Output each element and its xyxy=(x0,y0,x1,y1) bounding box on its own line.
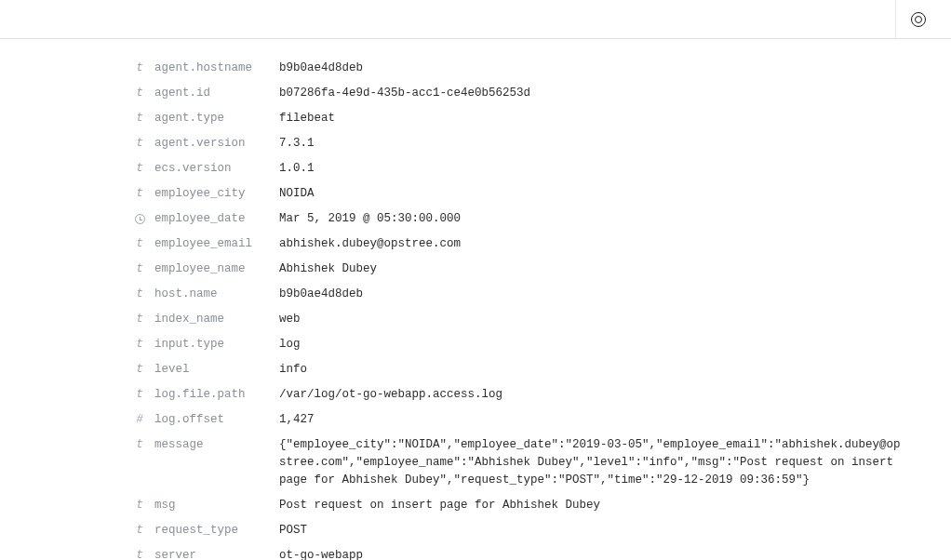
field-value[interactable]: abhishek.dubey@opstree.com xyxy=(279,235,951,253)
field-name[interactable]: ecs.version xyxy=(149,160,279,178)
field-value[interactable]: 7.3.1 xyxy=(279,135,951,153)
field-type-icon: t xyxy=(130,311,149,328)
field-name[interactable]: agent.id xyxy=(149,85,279,102)
field-row: tserverot-go-webapp xyxy=(130,543,951,560)
field-value[interactable]: info xyxy=(279,361,951,379)
field-value[interactable]: /var/log/ot-go-webapp.access.log xyxy=(279,386,951,404)
field-name[interactable]: employee_city xyxy=(149,185,279,203)
field-value[interactable]: b9b0ae4d8deb xyxy=(279,286,951,303)
field-value[interactable]: b9b0ae4d8deb xyxy=(279,60,951,77)
field-value[interactable]: web xyxy=(279,311,951,328)
field-name[interactable]: employee_name xyxy=(149,260,279,278)
field-name[interactable]: level xyxy=(149,361,279,379)
field-row: tinput.typelog xyxy=(130,332,951,357)
field-type-icon: # xyxy=(130,411,149,429)
field-type-icon: t xyxy=(130,336,149,353)
field-row: tagent.version7.3.1 xyxy=(130,131,951,156)
field-name[interactable]: host.name xyxy=(149,286,279,303)
field-type-icon: t xyxy=(130,522,149,540)
field-value[interactable]: Mar 5, 2019 @ 05:30:00.000 xyxy=(279,210,951,228)
field-row: tindex_nameweb xyxy=(130,307,951,332)
field-name[interactable]: msg xyxy=(149,497,279,514)
field-name[interactable]: agent.hostname xyxy=(149,60,279,77)
help-button[interactable] xyxy=(895,0,940,39)
field-row: trequest_typePOST xyxy=(130,518,951,543)
field-name[interactable]: server xyxy=(149,547,279,560)
field-row: temployee_emailabhishek.dubey@opstree.co… xyxy=(130,232,951,257)
field-type-icon: t xyxy=(130,361,149,379)
field-value[interactable]: log xyxy=(279,336,951,353)
field-name[interactable]: log.file.path xyxy=(149,386,279,404)
field-name[interactable]: employee_date xyxy=(149,210,279,228)
field-value[interactable]: Abhishek Dubey xyxy=(279,260,951,278)
field-type-icon xyxy=(130,210,149,228)
field-row: tlevelinfo xyxy=(130,357,951,382)
top-bar xyxy=(0,0,951,39)
field-value[interactable]: NOIDA xyxy=(279,185,951,203)
field-type-icon: t xyxy=(130,160,149,178)
field-type-icon: t xyxy=(130,60,149,77)
field-row: tlog.file.path/var/log/ot-go-webapp.acce… xyxy=(130,382,951,407)
field-type-icon: t xyxy=(130,185,149,203)
field-row: tagent.idb07286fa-4e9d-435b-acc1-ce4e0b5… xyxy=(130,81,951,106)
field-row: temployee_cityNOIDA xyxy=(130,181,951,207)
field-type-icon: t xyxy=(130,235,149,253)
field-name[interactable]: agent.version xyxy=(149,135,279,153)
field-row: employee_dateMar 5, 2019 @ 05:30:00.000 xyxy=(130,207,951,232)
field-type-icon: t xyxy=(130,85,149,102)
field-type-icon: t xyxy=(130,110,149,127)
field-row: tagent.hostnameb9b0ae4d8deb xyxy=(130,56,951,81)
help-icon xyxy=(911,12,926,27)
field-name[interactable]: employee_email xyxy=(149,235,279,253)
field-type-icon: t xyxy=(130,286,149,303)
field-row: tmsgPost request on insert page for Abhi… xyxy=(130,493,951,518)
field-name[interactable]: index_name xyxy=(149,311,279,328)
field-value[interactable]: Post request on insert page for Abhishek… xyxy=(279,497,951,514)
field-value[interactable]: 1,427 xyxy=(279,411,951,429)
field-type-icon: t xyxy=(130,386,149,404)
field-name[interactable]: input.type xyxy=(149,336,279,353)
field-value[interactable]: {"employee_city":"NOIDA","employee_date"… xyxy=(279,436,951,489)
field-row: temployee_nameAbhishek Dubey xyxy=(130,257,951,282)
field-name[interactable]: log.offset xyxy=(149,411,279,429)
field-row: #log.offset1,427 xyxy=(130,407,951,433)
field-type-icon: t xyxy=(130,497,149,514)
field-row: tagent.typefilebeat xyxy=(130,106,951,131)
field-value[interactable]: 1.0.1 xyxy=(279,160,951,178)
field-type-icon: t xyxy=(130,260,149,278)
field-row: thost.nameb9b0ae4d8deb xyxy=(130,282,951,307)
field-name[interactable]: message xyxy=(149,436,279,454)
field-type-icon: t xyxy=(130,436,149,454)
field-value[interactable]: ot-go-webapp xyxy=(279,547,951,560)
field-row: tmessage{"employee_city":"NOIDA","employ… xyxy=(130,433,951,493)
clock-icon xyxy=(135,214,145,224)
field-row: tecs.version1.0.1 xyxy=(130,156,951,181)
field-type-icon: t xyxy=(130,547,149,560)
field-value[interactable]: POST xyxy=(279,522,951,540)
field-type-icon: t xyxy=(130,135,149,153)
field-name[interactable]: agent.type xyxy=(149,110,279,127)
document-field-list: tagent.hostnameb9b0ae4d8debtagent.idb072… xyxy=(0,39,951,560)
field-value[interactable]: b07286fa-4e9d-435b-acc1-ce4e0b56253d xyxy=(279,85,951,102)
field-value[interactable]: filebeat xyxy=(279,110,951,127)
field-name[interactable]: request_type xyxy=(149,522,279,540)
